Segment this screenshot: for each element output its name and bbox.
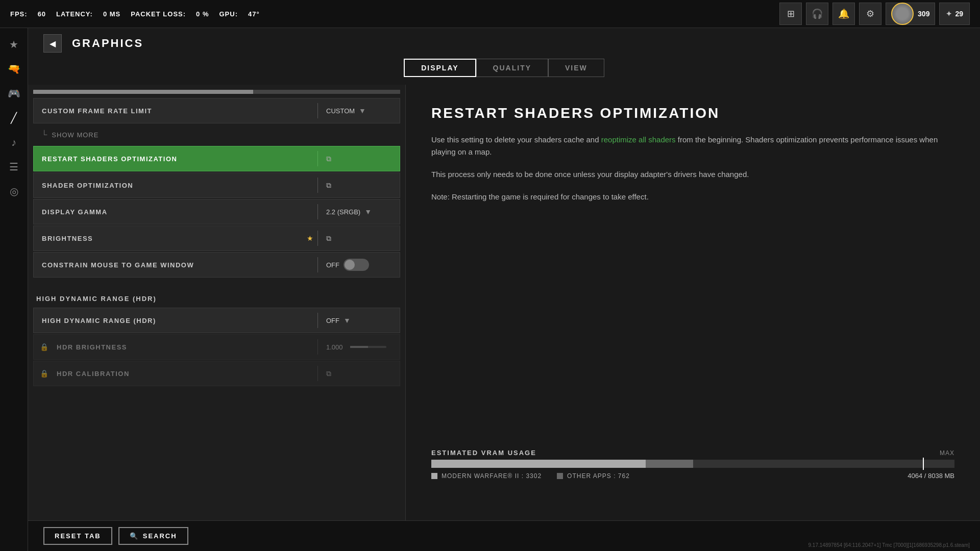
hdr-brightness-row: 🔒 HDR BRIGHTNESS 1.000	[33, 334, 400, 360]
scroll-bar	[33, 90, 253, 94]
search-label: SEARCH	[143, 532, 177, 540]
tabs-bar: DISPLAY QUALITY VIEW	[28, 59, 980, 85]
external-link-icon2: ⧉	[326, 181, 331, 190]
display-gamma-row[interactable]: DISPLAY GAMMA 2.2 (SRGB) ▼	[33, 199, 400, 224]
vram-max: MAX	[940, 449, 954, 457]
latency-label: LATENCY:	[56, 10, 93, 18]
constrain-mouse-row[interactable]: CONSTRAIN MOUSE TO GAME WINDOW OFF	[33, 252, 400, 278]
brightness-label: BRIGHTNESS	[34, 235, 307, 242]
hdr-row[interactable]: HIGH DYNAMIC RANGE (HDR) OFF ▼	[33, 308, 400, 333]
scroll-indicator	[33, 90, 400, 94]
back-button[interactable]: ◀	[43, 34, 62, 53]
vram-bar-other	[646, 460, 693, 468]
vram-mw-label: MODERN WARFARE® II : 3302	[442, 472, 542, 480]
sidebar-item-gun[interactable]: 🔫	[3, 58, 25, 80]
vram-value: 4064 / 8038 MB	[908, 472, 954, 480]
custom-frame-rate-value: CUSTOM ▼	[318, 107, 400, 115]
packet-loss-label: PACKET LOSS:	[131, 10, 186, 18]
currency2-icon: ✦	[946, 10, 952, 18]
sidebar-item-slash[interactable]: ╱	[3, 107, 25, 129]
content-area: ◀ GRAPHICS DISPLAY QUALITY VIEW CUSTOM F…	[28, 28, 980, 551]
hdr-calibration-value: ⧉	[318, 369, 400, 378]
sidebar: ★ 🔫 🎮 ╱ ♪ ☰ ◎	[0, 28, 28, 551]
external-link-icon4: ⧉	[326, 369, 331, 378]
toggle-knob	[345, 260, 355, 270]
hdr-section-header: HIGH DYNAMIC RANGE (HDR)	[28, 287, 405, 307]
show-more-row[interactable]: └ SHOW MORE	[33, 124, 400, 145]
vram-bar-container	[431, 460, 954, 468]
reset-tab-button[interactable]: RESET TAB	[43, 527, 112, 545]
search-button[interactable]: 🔍 SEARCH	[118, 527, 188, 545]
settings-wrapper: CUSTOM FRAME RATE LIMIT CUSTOM ▼ └ SHOW …	[28, 85, 980, 520]
profile-btn[interactable]: 309	[886, 3, 935, 25]
star-icon: ★	[307, 234, 313, 242]
restart-shaders-label: RESTART SHADERS OPTIMIZATION	[34, 155, 317, 163]
settings-panel: CUSTOM FRAME RATE LIMIT CUSTOM ▼ └ SHOW …	[28, 85, 406, 520]
hdr-calibration-label: HDR CALIBRATION	[48, 370, 317, 378]
currency2-btn[interactable]: ✦ 29	[939, 3, 970, 25]
external-link-icon3: ⧉	[326, 234, 331, 243]
constrain-mouse-value: OFF	[318, 259, 400, 271]
topbar-stats: FPS: 60 LATENCY: 0 MS PACKET LOSS: 0 % G…	[10, 10, 260, 18]
restart-shaders-value: ⧉	[318, 155, 400, 163]
page-title: GRAPHICS	[72, 37, 143, 50]
custom-frame-rate-label: CUSTOM FRAME RATE LIMIT	[34, 107, 317, 115]
hdr-label: HIGH DYNAMIC RANGE (HDR)	[34, 317, 317, 324]
info-link[interactable]: reoptimize all shaders	[601, 135, 676, 144]
grid-icon-btn[interactable]: ⊞	[779, 3, 802, 25]
back-icon: ◀	[50, 39, 56, 48]
spacer	[28, 279, 405, 287]
vram-section: ESTIMATED VRAM USAGE MAX MODERN WARFARE®…	[431, 449, 954, 480]
sidebar-item-speaker[interactable]: ♪	[3, 131, 25, 154]
vram-legend-mw: MODERN WARFARE® II : 3302	[431, 472, 542, 480]
page-header: ◀ GRAPHICS	[28, 28, 980, 59]
hdr-value: OFF ▼	[318, 316, 400, 324]
headset-icon-btn[interactable]: 🎧	[806, 3, 828, 25]
bell-icon-btn[interactable]: 🔔	[832, 3, 855, 25]
shader-optimization-row[interactable]: SHADER OPTIMIZATION ⧉	[33, 172, 400, 198]
gpu-label: GPU:	[219, 10, 238, 18]
info-paragraph1: Use this setting to delete your shaders …	[431, 134, 954, 158]
tab-display[interactable]: DISPLAY	[404, 59, 476, 77]
dropdown-arrow2-icon: ▼	[364, 208, 372, 216]
shader-optimization-value: ⧉	[318, 181, 400, 190]
tab-quality[interactable]: QUALITY	[476, 59, 548, 77]
constrain-mouse-label: CONSTRAIN MOUSE TO GAME WINDOW	[34, 261, 317, 269]
lock-icon2: 🔒	[34, 369, 48, 378]
latency-value: 0 MS	[103, 10, 120, 18]
brightness-value: ⧉	[318, 234, 400, 243]
lock-icon: 🔒	[34, 343, 48, 351]
vram-bar-mw	[431, 460, 646, 468]
vram-legend-other: OTHER APPS : 762	[557, 472, 630, 480]
fps-value: 60	[38, 10, 46, 18]
sidebar-item-signal[interactable]: ◎	[3, 180, 25, 203]
external-link-icon: ⧉	[326, 155, 331, 163]
topbar-right: ⊞ 🎧 🔔 ⚙ 309 ✦ 29	[779, 3, 970, 25]
fps-label: FPS:	[10, 10, 28, 18]
gear-icon-btn[interactable]: ⚙	[859, 3, 881, 25]
dropdown-arrow-icon: ▼	[359, 107, 366, 115]
hdr-calibration-row: 🔒 HDR CALIBRATION ⧉	[33, 361, 400, 386]
constrain-mouse-toggle[interactable]	[344, 259, 369, 271]
hdr-brightness-value: 1.000	[318, 343, 400, 351]
currency2-value: 29	[955, 10, 963, 18]
avatar	[891, 3, 914, 25]
custom-frame-rate-row[interactable]: CUSTOM FRAME RATE LIMIT CUSTOM ▼	[33, 98, 400, 123]
info-note: Note: Restarting the game is required fo…	[431, 191, 954, 203]
sidebar-item-star[interactable]: ★	[3, 33, 25, 56]
info-title: RESTART SHADERS OPTIMIZATION	[431, 105, 954, 121]
tab-view[interactable]: VIEW	[548, 59, 604, 77]
vram-marker	[923, 458, 924, 470]
brightness-row[interactable]: BRIGHTNESS ★ ⧉	[33, 226, 400, 251]
gpu-value: 47°	[248, 10, 260, 18]
vram-other-label: OTHER APPS : 762	[567, 472, 630, 480]
sidebar-item-list[interactable]: ☰	[3, 156, 25, 178]
version-text: 9.17.14897854 [64:116.2047+1] Tmc [7000]…	[808, 542, 970, 548]
shader-optimization-label: SHADER OPTIMIZATION	[34, 182, 317, 189]
sidebar-item-controller[interactable]: 🎮	[3, 82, 25, 105]
reset-tab-label: RESET TAB	[55, 532, 101, 540]
dropdown-arrow3-icon: ▼	[344, 316, 351, 324]
vram-header: ESTIMATED VRAM USAGE MAX	[431, 449, 954, 457]
hdr-brightness-slider	[350, 346, 386, 348]
restart-shaders-row[interactable]: RESTART SHADERS OPTIMIZATION ⧉	[33, 146, 400, 171]
